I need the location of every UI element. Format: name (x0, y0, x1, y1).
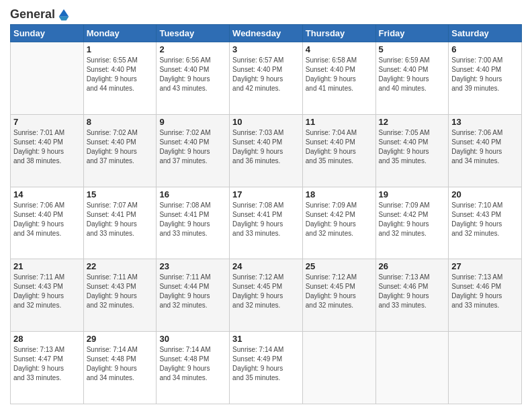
calendar-cell: 3Sunrise: 6:57 AM Sunset: 4:40 PM Daylig… (230, 42, 303, 115)
day-info: Sunrise: 7:02 AM Sunset: 4:40 PM Dayligh… (87, 128, 154, 166)
calendar-week-4: 21Sunrise: 7:11 AM Sunset: 4:43 PM Dayli… (11, 259, 522, 332)
calendar-cell: 24Sunrise: 7:12 AM Sunset: 4:45 PM Dayli… (230, 259, 303, 332)
day-info: Sunrise: 7:13 AM Sunset: 4:47 PM Dayligh… (13, 345, 81, 383)
day-info: Sunrise: 7:11 AM Sunset: 4:44 PM Dayligh… (159, 273, 226, 310)
logo-general: General (10, 7, 55, 21)
day-number: 2 (159, 44, 226, 54)
logo-icon (56, 7, 71, 21)
calendar-cell (11, 42, 84, 115)
day-info: Sunrise: 7:02 AM Sunset: 4:40 PM Dayligh… (159, 128, 226, 166)
calendar-cell: 27Sunrise: 7:13 AM Sunset: 4:46 PM Dayli… (449, 259, 522, 332)
day-header-monday: Monday (83, 25, 157, 42)
day-number: 4 (306, 44, 373, 54)
calendar-cell: 5Sunrise: 6:59 AM Sunset: 4:40 PM Daylig… (375, 42, 449, 115)
calendar-week-1: 1Sunrise: 6:55 AM Sunset: 4:40 PM Daylig… (11, 42, 522, 115)
day-info: Sunrise: 7:09 AM Sunset: 4:42 PM Dayligh… (379, 201, 446, 238)
day-info: Sunrise: 7:13 AM Sunset: 4:46 PM Dayligh… (379, 273, 446, 310)
day-number: 12 (379, 117, 446, 127)
day-header-tuesday: Tuesday (157, 25, 230, 42)
day-number: 7 (13, 117, 81, 127)
day-number: 9 (159, 117, 226, 127)
day-info: Sunrise: 7:03 AM Sunset: 4:40 PM Dayligh… (232, 128, 300, 166)
calendar-cell: 8Sunrise: 7:02 AM Sunset: 4:40 PM Daylig… (83, 114, 157, 187)
day-info: Sunrise: 7:10 AM Sunset: 4:43 PM Dayligh… (451, 201, 519, 238)
calendar-cell: 22Sunrise: 7:11 AM Sunset: 4:43 PM Dayli… (83, 259, 157, 332)
day-info: Sunrise: 7:11 AM Sunset: 4:43 PM Dayligh… (13, 273, 81, 310)
day-info: Sunrise: 6:59 AM Sunset: 4:40 PM Dayligh… (379, 56, 446, 93)
day-number: 17 (232, 189, 300, 199)
calendar-table: SundayMondayTuesdayWednesdayThursdayFrid… (10, 24, 522, 404)
day-info: Sunrise: 7:08 AM Sunset: 4:41 PM Dayligh… (159, 201, 226, 238)
day-header-saturday: Saturday (449, 25, 522, 42)
calendar-cell: 4Sunrise: 6:58 AM Sunset: 4:40 PM Daylig… (302, 42, 375, 115)
calendar-cell: 20Sunrise: 7:10 AM Sunset: 4:43 PM Dayli… (449, 187, 522, 259)
day-number: 18 (306, 189, 373, 199)
day-info: Sunrise: 7:01 AM Sunset: 4:40 PM Dayligh… (13, 128, 81, 166)
calendar-cell: 13Sunrise: 7:06 AM Sunset: 4:40 PM Dayli… (449, 114, 522, 187)
day-info: Sunrise: 6:57 AM Sunset: 4:40 PM Dayligh… (232, 56, 300, 93)
day-info: Sunrise: 7:14 AM Sunset: 4:48 PM Dayligh… (87, 345, 154, 383)
calendar-cell: 28Sunrise: 7:13 AM Sunset: 4:47 PM Dayli… (11, 332, 84, 404)
calendar-week-2: 7Sunrise: 7:01 AM Sunset: 4:40 PM Daylig… (11, 114, 522, 187)
day-number: 20 (451, 189, 519, 199)
day-number: 1 (87, 44, 154, 54)
calendar-cell: 30Sunrise: 7:14 AM Sunset: 4:48 PM Dayli… (157, 332, 230, 404)
day-number: 31 (232, 334, 300, 344)
day-number: 24 (232, 261, 300, 271)
day-info: Sunrise: 7:08 AM Sunset: 4:41 PM Dayligh… (232, 201, 300, 238)
day-info: Sunrise: 7:12 AM Sunset: 4:45 PM Dayligh… (306, 273, 373, 310)
day-info: Sunrise: 7:13 AM Sunset: 4:46 PM Dayligh… (451, 273, 519, 310)
calendar-cell: 14Sunrise: 7:06 AM Sunset: 4:40 PM Dayli… (11, 187, 84, 259)
calendar-cell: 16Sunrise: 7:08 AM Sunset: 4:41 PM Dayli… (157, 187, 230, 259)
calendar-cell: 12Sunrise: 7:05 AM Sunset: 4:40 PM Dayli… (375, 114, 449, 187)
day-info: Sunrise: 7:07 AM Sunset: 4:41 PM Dayligh… (87, 201, 154, 238)
calendar-cell: 7Sunrise: 7:01 AM Sunset: 4:40 PM Daylig… (11, 114, 84, 187)
day-number: 26 (379, 261, 446, 271)
calendar-cell: 25Sunrise: 7:12 AM Sunset: 4:45 PM Dayli… (302, 259, 375, 332)
day-info: Sunrise: 7:06 AM Sunset: 4:40 PM Dayligh… (451, 128, 519, 166)
day-number: 15 (87, 189, 154, 199)
day-info: Sunrise: 7:14 AM Sunset: 4:49 PM Dayligh… (232, 345, 300, 383)
day-header-wednesday: Wednesday (230, 25, 303, 42)
day-number: 23 (159, 261, 226, 271)
calendar-week-5: 28Sunrise: 7:13 AM Sunset: 4:47 PM Dayli… (11, 332, 522, 404)
calendar-cell: 23Sunrise: 7:11 AM Sunset: 4:44 PM Dayli… (157, 259, 230, 332)
calendar-cell: 19Sunrise: 7:09 AM Sunset: 4:42 PM Dayli… (375, 187, 449, 259)
day-info: Sunrise: 6:56 AM Sunset: 4:40 PM Dayligh… (159, 56, 226, 93)
day-number: 21 (13, 261, 81, 271)
day-info: Sunrise: 7:04 AM Sunset: 4:40 PM Dayligh… (306, 128, 373, 166)
svg-marker-0 (59, 9, 69, 17)
calendar-body: 1Sunrise: 6:55 AM Sunset: 4:40 PM Daylig… (11, 42, 522, 404)
calendar-cell: 21Sunrise: 7:11 AM Sunset: 4:43 PM Dayli… (11, 259, 84, 332)
calendar-cell: 1Sunrise: 6:55 AM Sunset: 4:40 PM Daylig… (83, 42, 157, 115)
calendar-week-3: 14Sunrise: 7:06 AM Sunset: 4:40 PM Dayli… (11, 187, 522, 259)
logo: General (10, 7, 71, 19)
day-info: Sunrise: 7:12 AM Sunset: 4:45 PM Dayligh… (232, 273, 300, 310)
calendar-cell: 29Sunrise: 7:14 AM Sunset: 4:48 PM Dayli… (83, 332, 157, 404)
calendar-cell: 15Sunrise: 7:07 AM Sunset: 4:41 PM Dayli… (83, 187, 157, 259)
day-number: 6 (451, 44, 519, 54)
calendar-cell: 17Sunrise: 7:08 AM Sunset: 4:41 PM Dayli… (230, 187, 303, 259)
page: General SundayMondayTuesdayWednesdayThur… (0, 0, 532, 411)
calendar-cell: 11Sunrise: 7:04 AM Sunset: 4:40 PM Dayli… (302, 114, 375, 187)
day-info: Sunrise: 7:06 AM Sunset: 4:40 PM Dayligh… (13, 201, 81, 238)
calendar-cell: 31Sunrise: 7:14 AM Sunset: 4:49 PM Dayli… (230, 332, 303, 404)
day-number: 16 (159, 189, 226, 199)
day-number: 30 (159, 334, 226, 344)
header: General (10, 7, 522, 19)
svg-marker-1 (59, 17, 69, 21)
calendar-cell: 2Sunrise: 6:56 AM Sunset: 4:40 PM Daylig… (157, 42, 230, 115)
day-number: 29 (87, 334, 154, 344)
day-number: 22 (87, 261, 154, 271)
day-number: 13 (451, 117, 519, 127)
day-header-friday: Friday (375, 25, 449, 42)
day-number: 28 (13, 334, 81, 344)
calendar-cell: 26Sunrise: 7:13 AM Sunset: 4:46 PM Dayli… (375, 259, 449, 332)
day-info: Sunrise: 7:05 AM Sunset: 4:40 PM Dayligh… (379, 128, 446, 166)
calendar-cell: 10Sunrise: 7:03 AM Sunset: 4:40 PM Dayli… (230, 114, 303, 187)
day-number: 27 (451, 261, 519, 271)
day-info: Sunrise: 7:00 AM Sunset: 4:40 PM Dayligh… (451, 56, 519, 93)
calendar-cell (449, 332, 522, 404)
day-header-sunday: Sunday (11, 25, 84, 42)
day-info: Sunrise: 6:58 AM Sunset: 4:40 PM Dayligh… (306, 56, 373, 93)
